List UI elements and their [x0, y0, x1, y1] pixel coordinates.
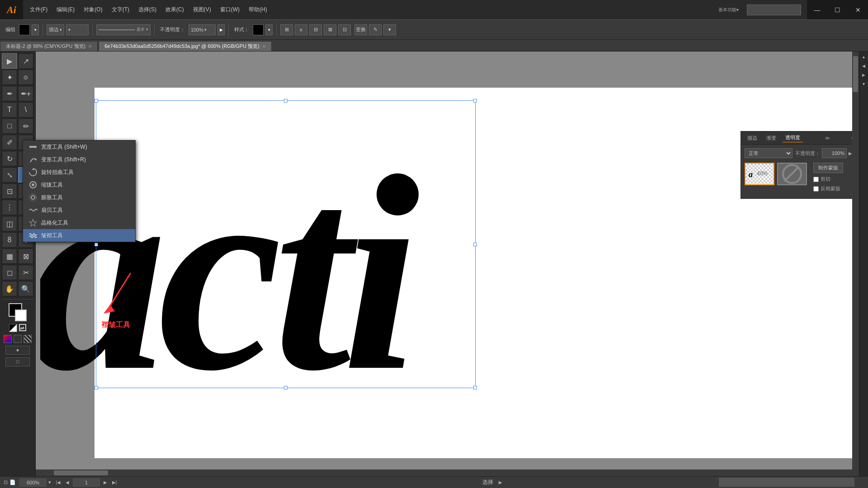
zoom-input[interactable]: 600% [19, 479, 47, 487]
screen-mode[interactable]: ☐ [5, 357, 30, 366]
gradient-tool[interactable]: ◫ [2, 216, 17, 231]
blend-tool[interactable]: 8 [2, 232, 17, 248]
tab-0[interactable]: 未标题-2 @ 98% (CMYK/GPU 预览) ✕ [0, 41, 98, 51]
rotate-tool[interactable]: ↻ [2, 151, 17, 166]
align-icon[interactable]: ≡ [295, 24, 307, 35]
minimize-button[interactable]: — [807, 0, 827, 19]
slice-tool[interactable]: ⊠ [18, 249, 33, 264]
menu-window[interactable]: 窗口(W) [216, 0, 244, 19]
hand-tool[interactable]: ✋ [2, 281, 17, 296]
dd-item-0[interactable]: 宽度工具 (Shift+W) [23, 141, 135, 153]
perspective-tool[interactable]: ⋮ [2, 200, 17, 215]
distribute-icon[interactable]: ⊟ [309, 24, 322, 35]
gradient-mode[interactable] [14, 335, 22, 343]
mask-thumb[interactable]: a 40% [745, 163, 774, 185]
lasso-tool[interactable]: ⌾ [18, 70, 33, 85]
line-tool[interactable]: \ [18, 102, 33, 117]
search-field[interactable] [747, 5, 801, 15]
fill-arrow[interactable]: ▾ [32, 24, 39, 35]
close-button[interactable]: ✕ [848, 0, 868, 19]
dd-item-7[interactable]: 皱褶工具 [23, 229, 135, 242]
selection-tool[interactable]: ▶ [2, 53, 17, 69]
magic-wand-tool[interactable]: ✦ [2, 70, 17, 85]
workspace-selector[interactable]: 基本功能 ▾ [714, 0, 743, 19]
dd-item-1[interactable]: 变形工具 (Shift+R) [23, 153, 135, 166]
color-mode[interactable] [4, 335, 12, 343]
style-swatch[interactable] [253, 24, 264, 35]
fill-swatch[interactable] [19, 24, 30, 35]
menu-select[interactable]: 选择(S) [134, 0, 161, 19]
opacity-input[interactable] [822, 148, 847, 158]
menu-view[interactable]: 视图(V) [189, 0, 216, 19]
dd-item-6[interactable]: 晶格化工具 [23, 216, 135, 229]
dd-item-5[interactable]: 扇贝工具 [23, 204, 135, 216]
scale-tool[interactable]: ⤡ [2, 167, 17, 183]
pathfinder-icon[interactable]: ⊡ [338, 24, 351, 35]
transform-icon[interactable]: ⊠ [324, 24, 336, 35]
tab-1[interactable]: 6e74b33e53d0aa5d5256b47d49dc53a.jpg* @ 6… [99, 41, 272, 51]
status-arrow-right[interactable]: ▶ [497, 479, 504, 486]
tab-1-close[interactable]: ✕ [262, 44, 266, 49]
tp-tab-gradient[interactable]: 渐变 [764, 134, 779, 142]
style-arrow[interactable]: ▾ [265, 24, 273, 35]
dd-item-3[interactable]: 缩拢工具 [23, 178, 135, 191]
prev-page-btn[interactable]: ◀ [64, 479, 71, 486]
rp-btn-1[interactable]: ▲ [860, 53, 868, 61]
menu-file[interactable]: 文件(F) [25, 0, 52, 19]
expand-btn[interactable]: 变换 [354, 24, 367, 35]
brush-tool[interactable]: ✏ [18, 118, 33, 134]
stroke-style-select[interactable]: 描边▾ [47, 24, 64, 35]
hscroll-thumb[interactable] [54, 470, 108, 475]
first-page-btn[interactable]: |◀ [55, 479, 62, 486]
type-tool[interactable]: T [2, 102, 17, 117]
menu-effect[interactable]: 效果(C) [161, 0, 189, 19]
next-page-btn[interactable]: ▶ [102, 479, 109, 486]
none-mode[interactable] [24, 335, 32, 343]
scrollbar-right[interactable] [852, 52, 859, 476]
vscroll-thumb[interactable] [853, 56, 858, 92]
scrollbar-bottom[interactable] [36, 469, 852, 476]
rp-btn-3[interactable]: ▶ [860, 71, 868, 79]
opacity-select[interactable]: 100%▾ [189, 24, 216, 35]
pen-tool[interactable]: ✒ [2, 86, 17, 101]
zoom-dropdown[interactable]: ▾ [48, 479, 51, 485]
add-anchor-tool[interactable]: ✒+ [18, 86, 33, 101]
free-transform-tool[interactable]: ⊡ [2, 183, 17, 199]
opacity-arrow[interactable]: ▶ [217, 24, 225, 35]
swap-colors[interactable]: ⇌ [19, 324, 26, 331]
dd-item-4[interactable]: 膨胀工具 [23, 191, 135, 204]
last-page-btn[interactable]: ▶| [111, 479, 118, 486]
draw-normal[interactable]: ■ [5, 346, 30, 355]
dd-item-2[interactable]: 旋转扭曲工具 [23, 166, 135, 178]
blend-mode-select[interactable]: 正常 正片叠底 滤色 叠加 [745, 148, 793, 158]
canvas-area[interactable]: acti 褶皱工具 [36, 52, 859, 476]
maximize-button[interactable]: ☐ [827, 0, 848, 19]
rp-btn-4[interactable]: ▼ [860, 80, 868, 88]
tp-tab-transparency[interactable]: 透明度 [783, 133, 803, 142]
no-mask-thumb[interactable] [777, 163, 807, 185]
rp-btn-2[interactable]: ◀ [860, 62, 868, 70]
clip-checkbox[interactable] [813, 177, 819, 182]
rect-tool[interactable]: □ [2, 118, 17, 134]
arrange-icon[interactable]: ⊞ [280, 24, 293, 35]
invert-checkbox[interactable] [813, 186, 819, 192]
make-mask-button[interactable]: 制作蒙版 [813, 163, 843, 173]
zoom-tool[interactable]: 🔍 [18, 281, 33, 296]
scissors-tool[interactable]: ✂ [18, 265, 33, 280]
page-input[interactable]: 1 [73, 479, 100, 487]
menu-edit[interactable]: 编辑(E) [52, 0, 79, 19]
menu-object[interactable]: 对象(O) [79, 0, 107, 19]
tab-0-close[interactable]: ✕ [88, 44, 92, 49]
stroke-type-select[interactable]: ▾ [66, 24, 89, 35]
eraser-tool[interactable]: ◻ [2, 265, 17, 280]
direct-selection-tool[interactable]: ↗ [18, 53, 33, 69]
tp-tab-stroke[interactable]: 描边 [745, 134, 760, 142]
menu-text[interactable]: 文字(T) [107, 0, 134, 19]
pencil-tool[interactable]: ✐ [2, 135, 17, 150]
more-icon[interactable]: ▾ [383, 24, 396, 35]
menu-help[interactable]: 帮助(H) [244, 0, 272, 19]
background-swatch[interactable] [15, 310, 27, 321]
tp-expand[interactable]: ≫ [825, 136, 830, 141]
default-colors[interactable] [9, 324, 17, 332]
column-chart-tool[interactable]: ▦ [2, 249, 17, 264]
